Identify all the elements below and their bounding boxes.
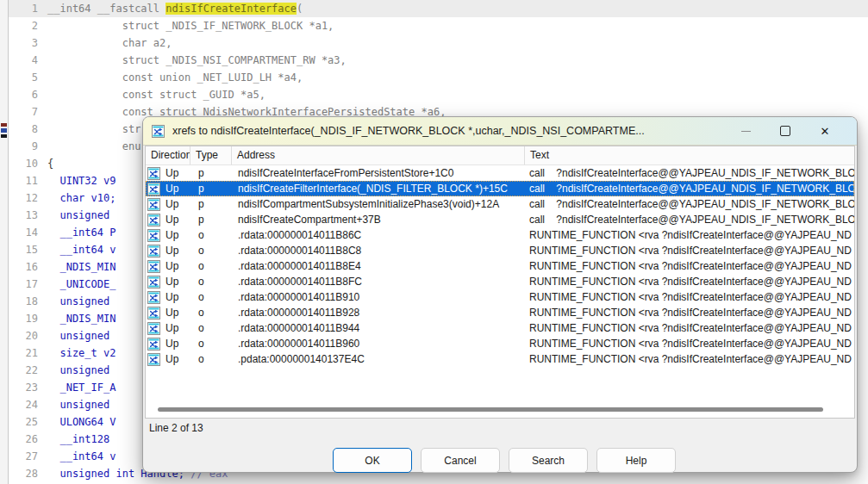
minimize-button[interactable] — [726, 117, 765, 145]
xrefs-icon — [147, 245, 160, 258]
xref-text: call ?ndisIfCreateInterface@@YAJPEAU_NDI… — [525, 196, 854, 212]
line-number: 12 — [9, 189, 47, 207]
xref-address: ndisIfCompartmentSubsystemInitializePhas… — [232, 196, 525, 212]
line-number: 9 — [9, 138, 47, 155]
line-number: 6 — [9, 86, 47, 103]
xrefs-icon — [147, 198, 160, 211]
line-number: 14 — [9, 224, 47, 241]
line-number: 15 — [9, 241, 47, 258]
xref-type: o — [190, 258, 232, 274]
table-header: Direction Type Address Text — [146, 146, 854, 165]
close-button[interactable]: ✕ — [805, 117, 845, 145]
xref-row[interactable]: Up o .rdata:000000014011B8E4 RUNTIME_FUN… — [146, 258, 854, 274]
line-number: 1 — [9, 0, 47, 17]
xref-row[interactable]: Up p ndisIfCreateInterfaceFromPersistent… — [146, 165, 854, 181]
dialog-buttons: OK Cancel Search Help — [333, 448, 676, 473]
xrefs-icon — [147, 322, 160, 335]
navigator-marker — [1, 134, 7, 138]
search-button[interactable]: Search — [509, 448, 588, 473]
xref-address: .rdata:000000014011B928 — [232, 305, 525, 320]
xrefs-icon — [147, 167, 160, 180]
xref-address: .pdata:0000000140137E4C — [232, 351, 525, 367]
xrefs-icon — [147, 260, 160, 273]
column-header-type[interactable]: Type — [190, 146, 232, 164]
xref-row[interactable]: Up o .rdata:000000014011B910 RUNTIME_FUN… — [146, 289, 854, 305]
horizontal-scrollbar[interactable] — [158, 407, 823, 412]
xref-direction: Up — [165, 289, 178, 305]
xref-text: RUNTIME_FUNCTION <rva ?ndisIfCreateInter… — [525, 258, 854, 274]
navigator-marker — [1, 128, 7, 133]
xref-row[interactable]: Up o .rdata:000000014011B944 RUNTIME_FUN… — [146, 320, 854, 336]
xref-type: p — [190, 181, 232, 196]
xrefs-icon — [147, 276, 160, 289]
line-number: 20 — [9, 327, 47, 344]
xref-direction: Up — [165, 181, 178, 196]
column-header-direction[interactable]: Direction — [146, 146, 190, 164]
xref-address: .rdata:000000014011B8C8 — [232, 243, 525, 258]
xref-text: RUNTIME_FUNCTION <rva ?ndisIfCreateInter… — [525, 336, 854, 351]
xref-row[interactable]: Up o .rdata:000000014011B928 RUNTIME_FUN… — [146, 305, 854, 320]
xref-type: o — [190, 243, 232, 258]
xref-row[interactable]: Up o .rdata:000000014011B86C RUNTIME_FUN… — [146, 227, 854, 243]
xref-row[interactable]: Up p ndisIfCreateFilterInterface(_NDIS_F… — [146, 181, 854, 196]
line-number: 3 — [9, 34, 47, 52]
line-number: 27 — [9, 448, 47, 465]
line-number: 10 — [9, 155, 47, 172]
line-number: 28 — [9, 465, 47, 482]
dialog-title: xrefs to ndisIfCreateInterface(_NDIS_IF_… — [172, 125, 726, 137]
xref-direction: Up — [165, 274, 178, 289]
xref-row[interactable]: Up o .rdata:000000014011B8C8 RUNTIME_FUN… — [146, 243, 854, 258]
xref-text: RUNTIME_FUNCTION <rva ?ndisIfCreateInter… — [525, 320, 854, 336]
xref-direction: Up — [165, 305, 178, 320]
xref-direction: Up — [165, 320, 178, 336]
xref-row[interactable]: Up o .rdata:000000014011B960 RUNTIME_FUN… — [146, 336, 854, 351]
xref-address: ndisIfCreateCompartment+37B — [232, 212, 525, 227]
help-button[interactable]: Help — [596, 448, 676, 473]
xref-text: call ?ndisIfCreateInterface@@YAJPEAU_NDI… — [525, 181, 854, 196]
xref-text: RUNTIME_FUNCTION <rva ?ndisIfCreateInter… — [525, 227, 854, 243]
xrefs-icon — [147, 214, 160, 226]
ok-button[interactable]: OK — [333, 448, 412, 473]
xrefs-icon — [147, 307, 160, 320]
code-line[interactable]: 3 char a2, — [9, 34, 868, 52]
xref-text: RUNTIME_FUNCTION <rva ?ndisIfCreateInter… — [525, 289, 854, 305]
line-number: 5 — [9, 69, 47, 86]
navigator-strip[interactable] — [0, 0, 9, 484]
cancel-button[interactable]: Cancel — [421, 448, 500, 473]
code-line[interactable]: 4 struct _NDIS_NSI_COMPARTMENT_RW *a3, — [9, 52, 868, 69]
column-header-text[interactable]: Text — [525, 146, 854, 164]
code-line[interactable]: 6 const struct _GUID *a5, — [9, 86, 868, 103]
line-number: 8 — [9, 121, 47, 138]
xref-row[interactable]: Up p ndisIfCreateCompartment+37B call ?n… — [146, 212, 854, 227]
xref-type: o — [190, 227, 232, 243]
xrefs-table: Direction Type Address Text Up p ndisIfC… — [145, 146, 855, 419]
xref-type: p — [190, 212, 232, 227]
status-line: Line 2 of 13 — [149, 422, 203, 434]
xref-type: o — [190, 289, 232, 305]
line-number: 17 — [9, 276, 47, 293]
line-number: 2 — [9, 17, 47, 34]
xref-direction: Up — [165, 351, 178, 367]
line-number: 18 — [9, 293, 47, 310]
line-number: 7 — [9, 103, 47, 121]
xref-type: p — [190, 165, 232, 181]
xrefs-icon — [147, 291, 160, 304]
xref-text: RUNTIME_FUNCTION <rva ?ndisIfCreateInter… — [525, 351, 854, 367]
xref-row[interactable]: Up o .pdata:0000000140137E4C RUNTIME_FUN… — [146, 351, 854, 367]
xrefs-icon — [147, 338, 160, 351]
line-number: 22 — [9, 362, 47, 379]
xrefs-icon — [147, 229, 160, 242]
xref-row[interactable]: Up o .rdata:000000014011B8FC RUNTIME_FUN… — [146, 274, 854, 289]
code-line[interactable]: 5 const union _NET_LUID_LH *a4, — [9, 69, 868, 86]
xref-address: ndisIfCreateInterfaceFromPersistentStore… — [232, 165, 525, 181]
xref-row[interactable]: Up p ndisIfCompartmentSubsystemInitializ… — [146, 196, 854, 212]
maximize-button[interactable] — [765, 117, 805, 145]
xref-text: RUNTIME_FUNCTION <rva ?ndisIfCreateInter… — [525, 274, 854, 289]
line-number: 24 — [9, 396, 47, 413]
dialog-titlebar[interactable]: xrefs to ndisIfCreateInterface(_NDIS_IF_… — [143, 117, 857, 146]
column-header-address[interactable]: Address — [232, 146, 525, 164]
xref-text: call ?ndisIfCreateInterface@@YAJPEAU_NDI… — [525, 212, 854, 227]
code-line[interactable]: 2 struct _NDIS_IF_NETWORK_BLOCK *a1, — [9, 17, 868, 34]
code-line[interactable]: 1__int64 __fastcall ndisIfCreateInterfac… — [9, 0, 868, 17]
line-number: 19 — [9, 310, 47, 327]
